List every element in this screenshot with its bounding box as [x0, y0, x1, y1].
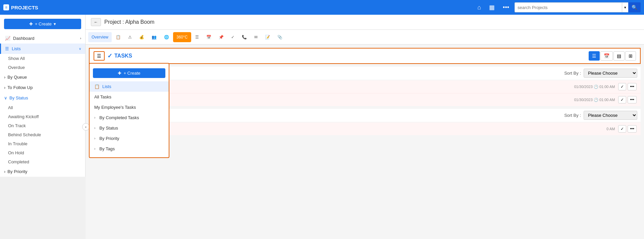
by-priority-arrow-popup: › [94, 137, 95, 140]
main-layout: ✚ + Create ▾ 📈 Dashboard › ☰ Lists ∨ Sho… [0, 15, 644, 239]
tasks-title: ✓ TASKS [107, 52, 132, 60]
overdue-label: Overdue [8, 65, 25, 70]
toolbar-tabs: Overview 📋 ⚠ 💰 👥 🌐 360°C ☰ 📅 📌 ✓ 📞 ✉ 📝 📎 [86, 30, 644, 45]
sidebar: ✚ + Create ▾ 📈 Dashboard › ☰ Lists ∨ Sho… [0, 15, 86, 177]
view-table-button[interactable]: ▤ [613, 51, 625, 61]
view-list-button[interactable]: ☰ [589, 51, 600, 61]
project-header: ← Project : Alpha Boom [86, 15, 644, 30]
sidebar-item-dashboard[interactable]: 📈 Dashboard › [0, 33, 85, 44]
search-input[interactable] [515, 2, 622, 12]
main-content: ← Project : Alpha Boom Overview 📋 ⚠ 💰 👥 … [86, 15, 644, 239]
back-button[interactable]: ← [91, 18, 101, 26]
task-more-button-3[interactable]: ••• [628, 125, 637, 133]
popup-item-lists[interactable]: 📋 Lists [90, 81, 169, 92]
in-trouble-label: In Trouble [8, 141, 28, 146]
sort-label-1: Sort By : [564, 71, 581, 76]
tab-check-icon[interactable]: ✓ [228, 32, 238, 42]
sidebar-status-completed[interactable]: Completed [0, 157, 85, 166]
project-title: Project : Alpha Boom [104, 19, 154, 25]
task-check-button-3[interactable]: ✓ [618, 125, 626, 133]
sidebar-by-queue[interactable]: › By Queue [0, 72, 85, 82]
view-calendar-button[interactable]: 📅 [600, 51, 613, 61]
tab-360[interactable]: 360°C [173, 32, 191, 42]
tab-attach-icon[interactable]: 📎 [274, 32, 286, 42]
sidebar-status-on-hold[interactable]: On Hold [0, 148, 85, 157]
sort-select-2[interactable]: Please Choose [584, 111, 637, 120]
popup-by-priority-label: By Priority [99, 136, 119, 141]
popup-item-by-status[interactable]: › By Status [90, 123, 169, 133]
tab-calendar-icon[interactable]: 📅 [203, 32, 215, 42]
tab-pin-icon[interactable]: 📌 [215, 32, 227, 42]
sort-row-1: Sort By : Please Choose [89, 67, 641, 80]
search-dropdown-button[interactable]: ▾ [622, 2, 628, 12]
tab-money-icon[interactable]: 💰 [136, 32, 148, 42]
dropdown-arrow: ▾ [54, 21, 56, 26]
tab-overview[interactable]: Overview [88, 32, 112, 42]
by-status-arrow-popup: › [94, 126, 95, 130]
dropdown-popup: ✚ + Create 📋 Lists All Tasks My Employee… [89, 63, 169, 158]
popup-all-tasks-label: All Tasks [94, 94, 111, 99]
search-button[interactable]: 🔍 [628, 2, 641, 12]
completed-label: Completed [8, 159, 29, 164]
popup-item-employee-tasks[interactable]: My Employee's Tasks [90, 102, 169, 112]
popup-item-by-completed[interactable]: › By Completed Tasks [90, 112, 169, 123]
sort-label-2: Sort By : [564, 113, 581, 118]
hamburger-button[interactable]: ☰ [94, 51, 105, 61]
popup-create-label: + Create [123, 71, 140, 76]
sidebar-sub-show-all[interactable]: Show All [0, 54, 85, 63]
dashboard-icon: 📈 [5, 36, 10, 41]
sidebar-status-all[interactable]: All [0, 103, 85, 112]
sidebar-status-awaiting-kickoff[interactable]: Awaiting Kickoff [0, 112, 85, 121]
task-more-button-2[interactable]: ••• [628, 96, 637, 103]
task-actions-3: ✓ ••• [618, 125, 637, 133]
chart-icon[interactable]: ▦ [486, 2, 497, 12]
tab-people-icon[interactable]: 👥 [148, 32, 160, 42]
task-more-button-1[interactable]: ••• [628, 83, 637, 90]
task-timestamp-3: 0 AM [606, 127, 615, 131]
tab-list-icon[interactable]: 📋 [112, 32, 124, 42]
sidebar-by-status[interactable]: ∨ By Status [0, 93, 85, 103]
sidebar-status-in-trouble[interactable]: In Trouble [0, 139, 85, 148]
sidebar-to-follow-up[interactable]: › To Follow Up [0, 82, 85, 93]
popup-item-all-tasks[interactable]: All Tasks [90, 92, 169, 102]
popup-item-by-priority[interactable]: › By Priority [90, 133, 169, 144]
task-check-button-1[interactable]: ✓ [618, 83, 626, 90]
popup-item-by-tags[interactable]: › By Tags [90, 144, 169, 154]
sidebar-by-priority[interactable]: › By Priority [0, 166, 85, 177]
sidebar-status-on-track[interactable]: On Track [0, 121, 85, 130]
logo-icon: ≡ [3, 4, 9, 10]
to-follow-up-arrow: › [4, 85, 5, 90]
app-logo: ≡ PROJECTS [3, 4, 38, 10]
sidebar-sub-overdue[interactable]: Overdue [0, 63, 85, 72]
plus-icon: ✚ [29, 21, 33, 26]
tab-grid-icon[interactable]: ☰ [192, 32, 202, 42]
tab-alert-icon[interactable]: ⚠ [125, 32, 135, 42]
view-grid-button[interactable]: ⊞ [625, 51, 636, 61]
view-toggles: ☰ 📅 ▤ ⊞ [589, 51, 636, 61]
lists-label: Lists [12, 46, 21, 51]
popup-create-button[interactable]: ✚ + Create [93, 68, 165, 78]
show-all-label: Show All [8, 56, 25, 61]
on-hold-label: On Hold [8, 150, 24, 155]
tab-note-icon[interactable]: 📝 [262, 32, 273, 42]
sidebar-item-lists[interactable]: ☰ Lists ∨ [0, 44, 85, 54]
on-track-label: On Track [8, 123, 26, 128]
tab-globe-icon[interactable]: 🌐 [161, 32, 172, 42]
home-icon[interactable]: ⌂ [475, 3, 484, 12]
popup-employee-tasks-label: My Employee's Tasks [94, 105, 136, 110]
by-queue-label: By Queue [7, 75, 27, 80]
tab-phone-icon[interactable]: 📞 [238, 32, 250, 42]
sidebar-collapse-button[interactable]: ‹ [82, 123, 90, 131]
tab-mail-icon[interactable]: ✉ [251, 32, 261, 42]
sidebar-status-behind-schedule[interactable]: Behind Schedule [0, 130, 85, 139]
task-check-button-2[interactable]: ✓ [618, 96, 626, 103]
dashboard-arrow: › [80, 36, 81, 40]
by-status-label: By Status [9, 95, 28, 100]
popup-lists-label: Lists [102, 84, 111, 89]
tasks-header-bar: ☰ ✓ TASKS ☰ 📅 ▤ ⊞ ✚ + Create [89, 48, 641, 64]
more-icon[interactable]: ••• [500, 3, 512, 12]
by-priority-label: By Priority [7, 169, 27, 174]
sort-select-1[interactable]: Please Choose [584, 69, 637, 78]
sidebar-create-button[interactable]: ✚ + Create ▾ [4, 19, 81, 29]
by-priority-arrow: › [4, 169, 5, 174]
